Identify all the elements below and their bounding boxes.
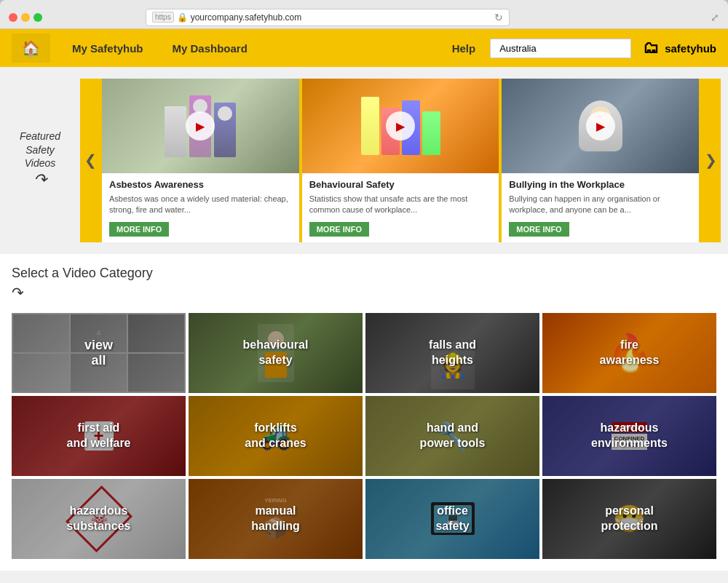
browser-content: 🏠 My Safetyhub My Dashboard Help 🗂 safet… (0, 29, 728, 583)
category-heading: Select a Video Category (12, 266, 716, 281)
traffic-lights (9, 13, 42, 22)
refresh-icon[interactable]: ↻ (494, 12, 503, 23)
category-manual-handling[interactable]: YERING YERING G 📦 manualhandling (189, 479, 363, 559)
category-hazardous-substances[interactable]: ☠ hazardoussubstances (12, 479, 186, 559)
category-falls-and-heights[interactable]: 👷 falls andheights (365, 313, 539, 393)
more-info-btn-3[interactable]: MORE INFO (509, 222, 569, 237)
featured-card-1: ▶ Asbestos Awareness Asbestos was once a… (102, 79, 299, 242)
play-button-1[interactable]: ▶ (186, 111, 215, 140)
close-button[interactable] (9, 13, 17, 22)
category-hazardous-substances-label: hazardoussubstances (60, 504, 136, 534)
brand-name: safetyhub (665, 42, 716, 55)
featured-card-2: ▶ Behavioural Safety Statistics show tha… (302, 79, 499, 242)
play-button-2[interactable]: ▶ (386, 111, 415, 140)
category-forklifts-label: forkliftsand cranes (239, 421, 312, 451)
top-nav: 🏠 My Safetyhub My Dashboard Help 🗂 safet… (0, 29, 728, 67)
more-info-btn-2[interactable]: MORE INFO (309, 222, 369, 237)
brand-logo: 🗂 safetyhub (643, 39, 716, 57)
carousel-wrapper: ❮ (80, 79, 721, 242)
minimize-button[interactable] (21, 13, 30, 22)
video-title-3: Bullying in the Workplace (509, 179, 692, 190)
category-hand-and-power-tools[interactable]: 🔧 hand andpower tools (365, 396, 539, 476)
play-button-3[interactable]: ▶ (586, 111, 615, 140)
https-badge: https (152, 12, 174, 23)
category-personal-protection[interactable]: 😷 personalprotection (542, 479, 716, 559)
category-office-safety[interactable]: 💻 officesafety (365, 479, 539, 559)
video-title-2: Behavioural Safety (309, 179, 492, 190)
video-desc-3: Bullying can happen in any organisation … (509, 194, 692, 216)
url-text: yourcompany.safetyhub.com (191, 12, 302, 23)
fullscreen-icon[interactable]: ⤢ (711, 12, 719, 23)
category-hazardous-environments[interactable]: DANGER CONFINEDSPACE hazardousenvironmen… (542, 396, 716, 476)
category-behavioural-safety-label: behaviouralsafety (237, 338, 314, 368)
view-all-label: viewall (84, 338, 113, 368)
category-section: Select a Video Category ↷ (0, 254, 728, 313)
carousel-next-button[interactable]: ❯ (700, 79, 721, 242)
browser-chrome: https 🔒 yourcompany.safetyhub.com ↻ ⤢ (0, 0, 728, 29)
featured-label: FeaturedSafetyVideos ↷ (15, 130, 66, 191)
video-thumb-3[interactable]: ⛑ ▶ (502, 79, 699, 173)
carousel-cards: ▶ Asbestos Awareness Asbestos was once a… (100, 79, 700, 242)
my-safetyhub-link[interactable]: My Safetyhub (72, 42, 143, 55)
category-first-aid-and-welfare[interactable]: + first aidand welfare (12, 396, 186, 476)
video-desc-2: Statistics show that unsafe acts are the… (309, 194, 492, 216)
video-title-1: Asbestos Awareness (109, 179, 292, 190)
category-hand-power-tools-label: hand andpower tools (414, 421, 491, 451)
video-thumb-1[interactable]: ▶ (102, 79, 299, 173)
video-desc-1: Asbestos was once a widely used material… (109, 194, 292, 216)
help-link[interactable]: Help (452, 42, 476, 55)
carousel-prev-button[interactable]: ❮ (80, 79, 100, 242)
category-personal-protection-label: personalprotection (595, 504, 663, 534)
category-view-all[interactable]: ⚠ viewall (12, 313, 186, 393)
category-office-safety-label: officesafety (430, 504, 475, 534)
country-selector[interactable] (490, 39, 631, 58)
featured-card-3: ⛑ ▶ Bullying in the Workplace Bullying c… (502, 79, 699, 242)
category-hazardous-env-label: hazardousenvironments (585, 421, 673, 451)
more-info-btn-1[interactable]: MORE INFO (109, 222, 169, 237)
my-dashboard-link[interactable]: My Dashboard (173, 42, 248, 55)
category-manual-handling-label: manualhandling (245, 504, 306, 534)
featured-arrow: ↷ (15, 170, 66, 191)
category-falls-and-heights-label: falls andheights (423, 338, 482, 368)
address-bar[interactable]: https 🔒 yourcompany.safetyhub.com ↻ (146, 9, 510, 26)
category-forklifts-and-cranes[interactable]: 🚜 forkliftsand cranes (189, 396, 363, 476)
featured-section: FeaturedSafetyVideos ↷ ❮ (0, 67, 728, 254)
brand-icon: 🗂 (643, 39, 659, 57)
home-nav-icon[interactable]: 🏠 (12, 33, 50, 63)
category-behavioural-safety[interactable]: behaviouralsafety (189, 313, 363, 393)
video-thumb-2[interactable]: ▶ (302, 79, 499, 173)
category-fire-awareness-label: fireawareness (594, 338, 665, 368)
category-fire-awareness[interactable]: 🔥 fireawareness (542, 313, 716, 393)
category-arrow: ↷ (12, 284, 716, 301)
category-first-aid-label: first aidand welfare (60, 421, 136, 451)
category-grid: ⚠ viewall behaviouralsaf (0, 313, 728, 571)
maximize-button[interactable] (33, 13, 42, 22)
